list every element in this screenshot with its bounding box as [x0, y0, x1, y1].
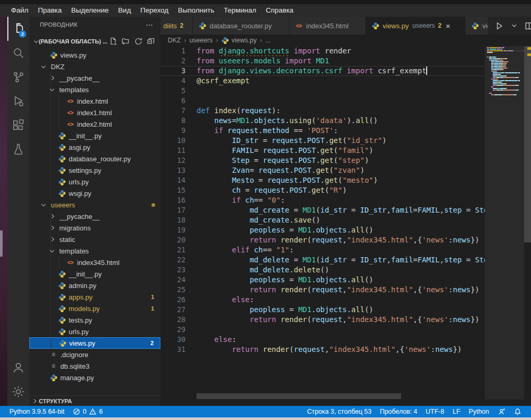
code-line-28[interactable]: 28 return render(request,"index345.html"…: [160, 315, 485, 325]
code-line-12[interactable]: 12 Step = request.POST.get("step"): [160, 156, 485, 165]
code-line-9[interactable]: 9 if request.method == 'POST':: [160, 126, 485, 136]
tree-file-__init__.py[interactable]: __init__.py: [29, 130, 160, 141]
code-line-30[interactable]: 30 else:: [160, 335, 485, 345]
menu-item-3[interactable]: Вид: [113, 4, 135, 17]
close-icon[interactable]: ×: [446, 21, 450, 30]
code-line-2[interactable]: 2from useeers.models import MD1: [160, 56, 485, 66]
activitybar-item-extensions[interactable]: [7, 113, 29, 137]
refresh-icon[interactable]: [134, 37, 143, 46]
status-notifications[interactable]: [510, 406, 526, 417]
minimap[interactable]: [485, 46, 524, 400]
status-cursor-position[interactable]: Строка 3, столбец 53: [303, 406, 376, 417]
collapse-all-icon[interactable]: [147, 37, 155, 46]
tree-file-database_roouter.py[interactable]: database_roouter.py: [29, 153, 160, 164]
tree-folder-static[interactable]: static: [29, 234, 160, 245]
tree-folder-useeers[interactable]: useeers: [29, 199, 160, 211]
tree-file-db.sqlite3[interactable]: ≡db.sqlite3: [29, 360, 160, 372]
tree-file-tests.py[interactable]: tests.py: [29, 314, 160, 326]
tree-file-index1.html[interactable]: <>index1.html: [29, 107, 160, 118]
tree-file-.dcignore[interactable]: ≡.dcignore: [29, 349, 160, 360]
workspace-section-header[interactable]: (РАБОЧАЯ ОБЛАСТЬ) ...: [29, 36, 160, 47]
status-indentation[interactable]: Пробелов: 4: [376, 406, 421, 417]
activitybar-item-accounts[interactable]: [7, 356, 29, 380]
status-encoding[interactable]: UTF-8: [421, 406, 448, 417]
tab-diiits[interactable]: diiits2: [160, 17, 193, 35]
explorer-more-actions-icon[interactable]: ⋯: [146, 20, 153, 29]
code-line-13[interactable]: 13 Zvan= request.POST.get("zvan"): [160, 165, 485, 175]
status-python-interpreter[interactable]: Python 3.9.5 64-bit: [5, 406, 69, 417]
tree-file-views.py[interactable]: views.py: [29, 49, 160, 61]
code-line-3[interactable]: 3from django.views.decorators.csrf impor…: [160, 66, 485, 76]
tab-vie[interactable]: vie: [465, 17, 489, 35]
outline-section-header[interactable]: СТРУКТУРА: [29, 395, 160, 406]
tree-file-views.py[interactable]: views.py2: [29, 337, 160, 349]
run-dropdown-icon[interactable]: [511, 23, 517, 29]
status-language-mode[interactable]: Python: [464, 406, 493, 417]
menu-item-7[interactable]: Справка: [261, 4, 298, 17]
code-line-23[interactable]: 23 md_delete.delete(): [160, 265, 485, 275]
status-problems[interactable]: 06: [69, 406, 107, 417]
activitybar-item-explorer[interactable]: 2: [7, 17, 29, 41]
code-line-17[interactable]: 17 md_create = MD1(id_str = ID_str,famil…: [160, 205, 485, 215]
menu-item-4[interactable]: Переход: [136, 4, 174, 17]
code-line-19[interactable]: 19 peopless = MD1.objects.all(): [160, 225, 485, 235]
code-line-21[interactable]: 21 elif ch== "1":: [160, 245, 485, 255]
tree-file-settings.py[interactable]: settings.py: [29, 164, 160, 176]
activitybar-item-settings[interactable]: [7, 380, 29, 404]
code-line-1[interactable]: 1from django.shortcuts import render: [160, 46, 485, 56]
code-line-10[interactable]: 10 ID_str = request.POST.get("id_str"): [160, 136, 485, 146]
code-line-20[interactable]: 20 return render(request,"index345.html"…: [160, 235, 485, 245]
code-line-7[interactable]: 7def index(request):: [160, 106, 485, 116]
tree-folder-__pycache__[interactable]: __pycache__: [29, 211, 160, 222]
new-file-icon[interactable]: [109, 37, 117, 46]
tree-folder-__pycache__[interactable]: __pycache__: [29, 72, 160, 84]
activitybar-item-run-debug[interactable]: [7, 89, 29, 113]
breadcrumb-item-useeers[interactable]: useeers: [189, 37, 212, 44]
tab-views.py[interactable]: views.pyuseeers2×: [366, 17, 465, 35]
tree-file-apps.py[interactable]: apps.py1: [29, 291, 160, 303]
code-line-6[interactable]: 6: [160, 96, 485, 106]
tree-file-manage.py[interactable]: manage.py: [29, 372, 160, 383]
code-line-25[interactable]: 25 return render(request,"index345.html"…: [160, 285, 485, 295]
tree-file-urls.py[interactable]: urls.py: [29, 176, 160, 187]
tree-file-index2.html[interactable]: <>index2.html: [29, 118, 160, 130]
code-line-15[interactable]: 15 ch = request.POST.get("R"): [160, 185, 485, 195]
menu-item-5[interactable]: Выполнить: [173, 4, 219, 17]
menu-item-6[interactable]: Терминал: [219, 4, 261, 17]
split-editor-icon[interactable]: [525, 21, 531, 30]
code-line-24[interactable]: 24 peopless = MD1.objects.all(): [160, 275, 485, 285]
horizontal-scrollbar-thumb[interactable]: [197, 393, 401, 399]
code-line-18[interactable]: 18 md_create.save(): [160, 215, 485, 225]
code-line-14[interactable]: 14 Mesto = request.POST.get("mesto"): [160, 175, 485, 185]
tree-folder-migrations[interactable]: migrations: [29, 222, 160, 234]
tab-index345.html[interactable]: <>index345.html: [289, 17, 366, 35]
new-folder-icon[interactable]: [122, 37, 130, 46]
menu-item-0[interactable]: Файл: [6, 4, 33, 17]
tree-folder-templates[interactable]: templates: [29, 245, 160, 257]
vertical-scrollbar-thumb[interactable]: [524, 46, 531, 242]
status-feedback[interactable]: [493, 406, 510, 417]
tree-file-admin.py[interactable]: admin.py: [29, 280, 160, 291]
code-line-29[interactable]: 29: [160, 325, 485, 335]
tab-database_roouter.py[interactable]: database_roouter.py: [193, 17, 289, 35]
tree-file-index345.html[interactable]: <>index345.html: [29, 257, 160, 268]
code-line-31[interactable]: 31 return render(request,"index345.html"…: [160, 345, 485, 355]
vertical-scrollbar[interactable]: [524, 46, 531, 400]
activitybar-item-testing[interactable]: [7, 137, 29, 161]
activitybar-item-search[interactable]: [7, 41, 29, 65]
code-line-27[interactable]: 27 peopless = MD1.objects.all(): [160, 305, 485, 315]
tree-file-models.py[interactable]: models.py1: [29, 303, 160, 314]
tree-file-__init__.py[interactable]: __init__.py: [29, 268, 160, 280]
activitybar-item-source-control[interactable]: [7, 65, 29, 89]
run-icon[interactable]: [495, 21, 504, 30]
code-line-22[interactable]: 22 md_delete = MD1(id_str = ID_str,famil…: [160, 255, 485, 265]
menu-item-2[interactable]: Выделение: [67, 4, 114, 17]
tree-folder-DKZ[interactable]: DKZ: [29, 61, 160, 72]
code-editor[interactable]: 1from django.shortcuts import render2fro…: [160, 46, 531, 400]
menu-item-1[interactable]: Правка: [33, 4, 67, 17]
breadcrumb-item-views.py[interactable]: views.py: [221, 36, 257, 45]
code-line-26[interactable]: 26 else:: [160, 295, 485, 305]
tree-file-wsgi.py[interactable]: wsgi.py: [29, 187, 160, 199]
status-eol[interactable]: LF: [448, 406, 464, 417]
tree-file-urls.py[interactable]: urls.py: [29, 326, 160, 337]
